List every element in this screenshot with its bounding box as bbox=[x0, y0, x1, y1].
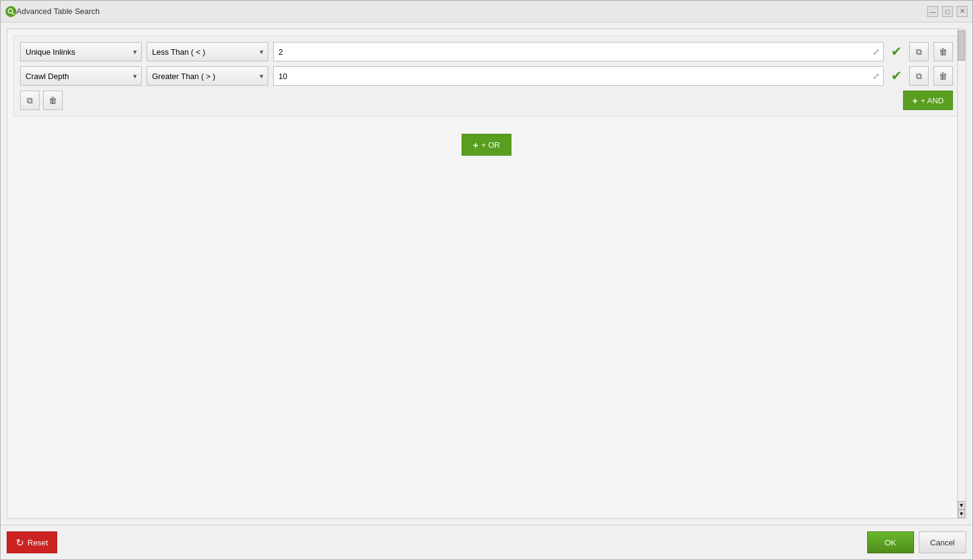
reset-icon: ↻ bbox=[16, 537, 24, 548]
main-content: Unique Inlinks Crawl Depth URL Status Co… bbox=[1, 22, 972, 525]
add-and-label: + AND bbox=[921, 96, 944, 105]
window-controls: — □ ✕ bbox=[927, 6, 968, 17]
copy-btn-2[interactable]: ⧉ bbox=[909, 66, 929, 86]
value-input-wrapper-1: ⤢ bbox=[273, 42, 884, 61]
delete-btn-1[interactable]: 🗑 bbox=[933, 42, 953, 61]
filter-row-2: Unique Inlinks Crawl Depth URL Status Co… bbox=[20, 66, 953, 86]
ok-button[interactable]: OK bbox=[867, 531, 914, 553]
confirm-btn-2[interactable]: ✔ bbox=[888, 68, 904, 84]
add-and-icon: + bbox=[912, 95, 918, 106]
group-copy-icon: ⧉ bbox=[27, 95, 33, 106]
copy-icon-2: ⧉ bbox=[916, 71, 922, 81]
trash-icon-2: 🗑 bbox=[939, 71, 947, 81]
group-delete-btn[interactable]: 🗑 bbox=[43, 91, 63, 110]
operator-select-wrapper-2: Less Than ( < ) Greater Than ( > ) Equal… bbox=[147, 66, 268, 86]
copy-icon-1: ⧉ bbox=[916, 47, 922, 57]
value-input-wrapper-2: ⤢ bbox=[273, 66, 884, 86]
delete-btn-2[interactable]: 🗑 bbox=[933, 66, 953, 86]
expand-icon-1[interactable]: ⤢ bbox=[873, 47, 880, 57]
reset-button[interactable]: ↻ Reset bbox=[7, 531, 57, 553]
svg-line-1 bbox=[12, 12, 15, 15]
scrollbar-thumb[interactable] bbox=[958, 30, 965, 61]
close-button[interactable]: ✕ bbox=[957, 6, 968, 17]
bottom-bar: ↻ Reset OK Cancel bbox=[1, 525, 972, 559]
or-section: + + OR bbox=[13, 122, 960, 168]
group-trash-icon: 🗑 bbox=[49, 95, 57, 105]
field-select-2[interactable]: Unique Inlinks Crawl Depth URL Status Co… bbox=[20, 66, 142, 86]
search-scroll[interactable]: Unique Inlinks Crawl Depth URL Status Co… bbox=[7, 29, 966, 518]
field-select-wrapper-2: Unique Inlinks Crawl Depth URL Status Co… bbox=[20, 66, 142, 86]
scroll-end-arrow[interactable]: ▼ bbox=[958, 510, 965, 518]
expand-icon-2[interactable]: ⤢ bbox=[873, 71, 880, 81]
dialog-buttons: OK Cancel bbox=[867, 531, 966, 553]
group-copy-btn[interactable]: ⧉ bbox=[20, 91, 40, 110]
window-title: Advanced Table Search bbox=[16, 7, 927, 16]
confirm-btn-1[interactable]: ✔ bbox=[888, 44, 904, 60]
cancel-button[interactable]: Cancel bbox=[919, 531, 966, 553]
field-select-1[interactable]: Unique Inlinks Crawl Depth URL Status Co… bbox=[20, 42, 142, 61]
operator-select-wrapper-1: Less Than ( < ) Greater Than ( > ) Equal… bbox=[147, 42, 268, 61]
restore-button[interactable]: □ bbox=[942, 6, 953, 17]
row-actions-left: ⧉ 🗑 bbox=[20, 91, 63, 110]
operator-select-1[interactable]: Less Than ( < ) Greater Than ( > ) Equal… bbox=[147, 42, 268, 61]
title-bar: Advanced Table Search — □ ✕ bbox=[1, 1, 972, 22]
minimize-button[interactable]: — bbox=[927, 6, 938, 17]
value-input-1[interactable] bbox=[273, 42, 884, 61]
field-select-wrapper-1: Unique Inlinks Crawl Depth URL Status Co… bbox=[20, 42, 142, 61]
filter-group: Unique Inlinks Crawl Depth URL Status Co… bbox=[13, 35, 960, 117]
or-plus-icon: + bbox=[473, 140, 479, 150]
filter-row-1: Unique Inlinks Crawl Depth URL Status Co… bbox=[20, 42, 953, 61]
add-and-button[interactable]: + + AND bbox=[903, 91, 953, 110]
reset-label: Reset bbox=[27, 538, 48, 547]
copy-btn-1[interactable]: ⧉ bbox=[909, 42, 929, 61]
search-area: Unique Inlinks Crawl Depth URL Status Co… bbox=[7, 29, 966, 519]
svg-point-0 bbox=[9, 9, 13, 13]
operator-select-2[interactable]: Less Than ( < ) Greater Than ( > ) Equal… bbox=[147, 66, 268, 86]
row-actions: ⧉ 🗑 + + AND bbox=[20, 91, 953, 110]
or-label: + OR bbox=[482, 140, 500, 150]
add-or-button[interactable]: + + OR bbox=[462, 134, 511, 156]
trash-icon-1: 🗑 bbox=[939, 47, 947, 57]
advanced-search-window: Advanced Table Search — □ ✕ Unique Inlin… bbox=[0, 0, 973, 560]
app-icon bbox=[5, 6, 16, 17]
scrollbar-track: ▼ ▼ bbox=[957, 29, 966, 518]
scroll-down-arrow[interactable]: ▼ bbox=[958, 501, 965, 510]
value-input-2[interactable] bbox=[273, 66, 884, 86]
